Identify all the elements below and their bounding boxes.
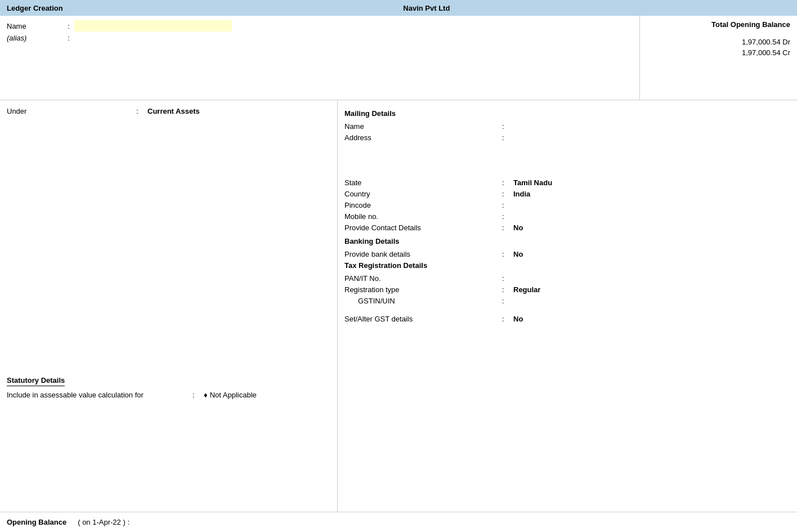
on-date-label: ( on 1-Apr-22 )	[78, 518, 126, 526]
top-left-fields: Name : (alias) :	[0, 16, 639, 100]
state-label: State	[344, 178, 502, 187]
provide-contact-label: Provide Contact Details	[344, 223, 502, 232]
opening-balance-panel: Total Opening Balance 1,97,000.54 Dr 1,9…	[639, 16, 797, 100]
pincode-row: Pincode :	[344, 200, 790, 210]
mailing-name-row: Name :	[344, 121, 790, 131]
banking-title: Banking Details	[344, 237, 790, 245]
mailing-address-row: Address :	[344, 132, 790, 142]
diamond-icon: ♦	[204, 391, 208, 399]
gstin-row: GSTIN/UIN :	[344, 296, 790, 306]
provide-bank-value: No	[513, 250, 523, 258]
mailing-address-colon: :	[502, 133, 513, 142]
mobile-label: Mobile no.	[344, 212, 502, 221]
pincode-colon: :	[502, 201, 513, 209]
bottom-bar: Opening Balance ( on 1-Apr-22 ) :	[0, 512, 797, 532]
include-label: Include in assessable value calculation …	[7, 391, 192, 399]
statutory-details: Statutory Details Include in assessable …	[7, 376, 330, 399]
name-colon: :	[63, 22, 74, 30]
opening-balance-title: Total Opening Balance	[647, 20, 790, 29]
title-bar: Ledger Creation Navin Pvt Ltd	[0, 0, 797, 16]
mailing-title: Mailing Details	[344, 109, 790, 118]
under-label: Under	[7, 107, 136, 115]
pan-label: PAN/IT No.	[344, 274, 502, 283]
alias-colon: :	[63, 34, 74, 42]
balance-cr: 1,97,000.54 Cr	[647, 48, 790, 57]
name-field-row: Name :	[7, 20, 633, 32]
mailing-name-colon: :	[502, 122, 513, 131]
provide-contact-colon: :	[502, 223, 513, 232]
country-label: Country	[344, 190, 502, 198]
provide-contact-row: Provide Contact Details : No	[344, 222, 790, 233]
provide-bank-row: Provide bank details : No	[344, 249, 790, 259]
set-alter-row: Set/Alter GST details : No	[344, 314, 790, 324]
mobile-row: Mobile no. :	[344, 211, 790, 221]
set-alter-value: No	[513, 315, 523, 323]
pan-row: PAN/IT No. :	[344, 273, 790, 283]
reg-type-row: Registration type : Regular	[344, 284, 790, 294]
provide-bank-label: Provide bank details	[344, 250, 502, 258]
country-colon: :	[502, 190, 513, 198]
reg-type-label: Registration type	[344, 285, 502, 294]
provide-contact-value: No	[513, 223, 523, 232]
spacer	[344, 307, 790, 314]
address-spacer	[344, 144, 790, 177]
opening-balance-label: Opening Balance	[7, 518, 66, 526]
set-alter-label: Set/Alter GST details	[344, 315, 502, 323]
set-alter-colon: :	[502, 315, 513, 323]
alias-label: (alias)	[7, 34, 63, 42]
left-panel: Under : Current Assets Statutory Details…	[0, 100, 338, 512]
reg-type-value: Regular	[513, 285, 540, 294]
pincode-label: Pincode	[344, 201, 502, 209]
include-colon: :	[192, 391, 204, 399]
title-left: Ledger Creation	[7, 4, 63, 12]
banking-section: Banking Details Provide bank details : N…	[344, 237, 790, 259]
tax-reg-title: Tax Registration Details	[344, 261, 790, 270]
under-row: Under : Current Assets	[7, 107, 330, 115]
bottom-colon: :	[128, 518, 130, 526]
provide-bank-colon: :	[502, 250, 513, 258]
main-content: Under : Current Assets Statutory Details…	[0, 100, 797, 512]
top-section: Name : (alias) : Total Opening Balance 1…	[0, 16, 797, 100]
pan-colon: :	[502, 274, 513, 283]
mailing-name-label: Name	[344, 122, 502, 131]
include-row: Include in assessable value calculation …	[7, 391, 330, 399]
balance-dr: 1,97,000.54 Dr	[647, 38, 790, 46]
title-center: Navin Pvt Ltd	[63, 4, 790, 12]
tax-reg-section: Tax Registration Details PAN/IT No. : Re…	[344, 261, 790, 324]
under-value: Current Assets	[147, 107, 200, 115]
country-value: India	[513, 190, 530, 198]
state-row: State : Tamil Nadu	[344, 177, 790, 187]
state-value: Tamil Nadu	[513, 178, 552, 187]
right-panel: Mailing Details Name : Address : State :…	[338, 100, 797, 512]
gstin-label: GSTIN/UIN	[358, 297, 502, 305]
gstin-colon: :	[502, 297, 513, 305]
country-row: Country : India	[344, 189, 790, 199]
alias-field-row: (alias) :	[7, 34, 633, 42]
name-label: Name	[7, 22, 63, 30]
mailing-address-label: Address	[344, 133, 502, 142]
statutory-title: Statutory Details	[7, 376, 65, 386]
reg-type-colon: :	[502, 285, 513, 294]
include-value: ♦Not Applicable	[204, 391, 257, 399]
state-colon: :	[502, 178, 513, 187]
mobile-colon: :	[502, 212, 513, 221]
under-colon: :	[136, 107, 147, 115]
name-input[interactable]	[74, 20, 232, 32]
